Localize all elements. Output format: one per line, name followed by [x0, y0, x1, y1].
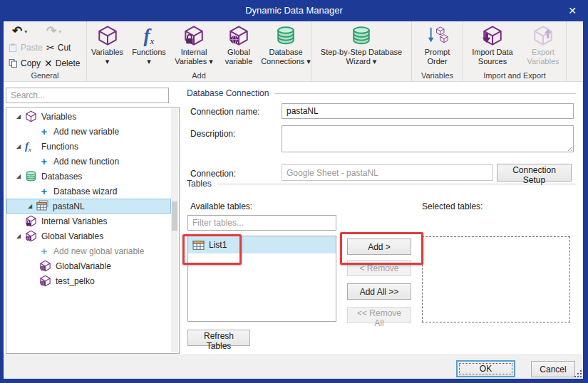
- redo-icon: ↷: [46, 26, 56, 37]
- ribbon-group-wizard: Step-by-Step Database Wizard ▾: [311, 21, 412, 81]
- expander-icon[interactable]: ◢: [15, 113, 22, 120]
- tree-item-add-new-variable[interactable]: + Add new variable: [6, 124, 171, 139]
- group-label-general: General: [4, 71, 86, 80]
- prompt-order-icon: [427, 25, 448, 46]
- tree-item-internal-variables[interactable]: Internal Variables: [6, 214, 171, 229]
- variables-cube-icon: [97, 25, 118, 46]
- tree-scrollbar-thumb[interactable]: [172, 201, 177, 231]
- tree-scrollbar[interactable]: [171, 108, 178, 352]
- dialog-title: Dynamic Data Manager: [0, 0, 588, 21]
- group-label-import-export: Import and Export: [463, 71, 566, 80]
- paste-button[interactable]: Paste: [9, 43, 43, 53]
- window-border-bottom: [0, 379, 588, 383]
- databases-icon: [25, 170, 37, 182]
- plus-icon: +: [39, 157, 49, 167]
- connection-label: Connection:: [190, 169, 236, 179]
- redo-button[interactable]: ↷ ▾: [46, 26, 61, 37]
- refresh-tables-button[interactable]: Refresh Tables: [187, 330, 250, 346]
- plus-icon: +: [39, 246, 49, 256]
- tree-item-variables[interactable]: ◢ Variables: [6, 109, 171, 124]
- description-textarea[interactable]: [282, 125, 574, 152]
- selected-tables-listbox[interactable]: [422, 236, 570, 322]
- functions-fx-icon: fx: [138, 25, 160, 46]
- resize-grip-icon[interactable]: [572, 368, 582, 377]
- database-table-icon: [36, 200, 48, 212]
- chevron-down-icon: ▾: [58, 28, 61, 35]
- connection-name-label: Connection name:: [190, 107, 259, 117]
- delete-button[interactable]: ✕ Delete: [44, 58, 80, 68]
- database-wizard-icon: [351, 25, 372, 46]
- global-variable-globe-cube-icon: [25, 230, 37, 242]
- dialog-footer: OK Cancel: [4, 355, 583, 379]
- available-tables-listbox[interactable]: List1: [187, 236, 336, 322]
- cancel-button[interactable]: Cancel: [531, 361, 575, 377]
- ribbon-toolbar: ↶ ▾ ↷ ▾ Paste ✂ Cut Copy ✕ Delete: [4, 21, 583, 82]
- internal-variables-lock-cube-icon: [183, 25, 205, 46]
- expander-icon[interactable]: ◢: [15, 143, 22, 149]
- global-variable-globe-cube-icon: [39, 275, 51, 287]
- tree-item-globalvariable[interactable]: GlobalVariable: [6, 258, 171, 273]
- copy-button[interactable]: Copy: [9, 58, 41, 68]
- ribbon-group-import-export: Import Data Sources Export Variables Imp…: [463, 21, 567, 81]
- scissors-icon: ✂: [46, 43, 55, 53]
- connection-name-input[interactable]: [282, 103, 574, 119]
- step-by-step-database-wizard-button[interactable]: Step-by-Step Database Wizard ▾: [313, 23, 411, 70]
- tree-item-add-new-global-variable[interactable]: + Add new global variable: [6, 243, 171, 258]
- paste-icon: [9, 43, 18, 53]
- remove-all-button[interactable]: << Remove All: [347, 307, 411, 323]
- internal-variables-button[interactable]: Internal Variables ▾: [170, 23, 217, 70]
- tree-item-database-wizard[interactable]: + Database wizard: [6, 184, 171, 199]
- remove-button[interactable]: < Remove: [347, 260, 411, 276]
- undo-button[interactable]: ↶ ▾: [12, 26, 27, 37]
- ribbon-filler: [567, 21, 583, 81]
- ok-button[interactable]: OK: [456, 360, 515, 377]
- tree-item-databases[interactable]: ◢ Databases: [6, 169, 171, 184]
- group-label-variables: Variables: [412, 71, 463, 80]
- dynamic-data-manager-dialog: Dynamic Data Manager ✕ ↶ ▾ ↷ ▾ Paste ✂ C…: [0, 0, 588, 383]
- tree-item-test-pelko[interactable]: test_pelko: [6, 273, 171, 288]
- expander-icon[interactable]: ◢: [26, 203, 33, 209]
- global-variable-button[interactable]: Global variable: [217, 23, 260, 70]
- data-sources-tree: ◢ Variables + Add new variable ◢ fx Func…: [6, 107, 180, 354]
- functions-button[interactable]: fx Functions ▾: [128, 23, 170, 70]
- chevron-down-icon: ▾: [147, 57, 151, 66]
- close-icon[interactable]: ✕: [562, 0, 582, 21]
- global-variable-globe-cube-icon: [39, 260, 51, 272]
- import-data-sources-icon: [482, 25, 503, 46]
- ribbon-group-variables: Prompt Order Variables: [412, 21, 463, 81]
- add-button[interactable]: Add >: [347, 238, 411, 255]
- internal-variables-lock-cube-icon: [25, 215, 37, 227]
- copy-icon: [9, 58, 18, 68]
- expander-icon[interactable]: ◢: [15, 173, 22, 179]
- search-input[interactable]: [6, 88, 169, 103]
- titlebar: Dynamic Data Manager ✕: [0, 0, 588, 21]
- group-label-add: Add: [87, 71, 311, 80]
- tree-item-global-variables[interactable]: ◢ Global Variables: [6, 229, 171, 243]
- chevron-down-icon: ▾: [24, 28, 27, 35]
- import-data-sources-button[interactable]: Import Data Sources: [464, 23, 521, 70]
- tree-item-pastanl[interactable]: ◢ pastaNL: [6, 199, 171, 214]
- window-border-right: [583, 0, 588, 383]
- cut-button[interactable]: ✂ Cut: [46, 43, 71, 53]
- tables-heading: Tables: [187, 179, 576, 189]
- expander-icon[interactable]: ◢: [15, 233, 22, 239]
- prompt-order-button[interactable]: Prompt Order: [413, 23, 462, 70]
- description-label: Description:: [190, 129, 235, 139]
- available-tables-label: Available tables:: [190, 201, 252, 211]
- chevron-down-icon: ▾: [105, 57, 110, 66]
- add-all-button[interactable]: Add All >>: [347, 283, 411, 300]
- database-connections-button[interactable]: Database Connections ▾: [260, 23, 311, 70]
- export-variables-button[interactable]: Export Variables: [521, 23, 565, 70]
- variables-cube-icon: [25, 110, 37, 122]
- ribbon-group-general: ↶ ▾ ↷ ▾ Paste ✂ Cut Copy ✕ Delete: [4, 21, 87, 81]
- list-item-list1[interactable]: List1: [188, 236, 336, 253]
- variables-button[interactable]: Variables ▾: [87, 23, 128, 70]
- selected-tables-label: Selected tables:: [422, 201, 483, 211]
- tree-item-add-new-function[interactable]: + Add new function: [6, 154, 171, 169]
- table-icon: [192, 239, 205, 251]
- database-connection-heading: Database Connection: [187, 88, 576, 98]
- global-variable-globe-cube-icon: [228, 25, 249, 46]
- filter-tables-input[interactable]: [187, 215, 336, 231]
- plus-icon: +: [39, 187, 49, 196]
- tree-item-functions[interactable]: ◢ fx Functions: [6, 139, 171, 154]
